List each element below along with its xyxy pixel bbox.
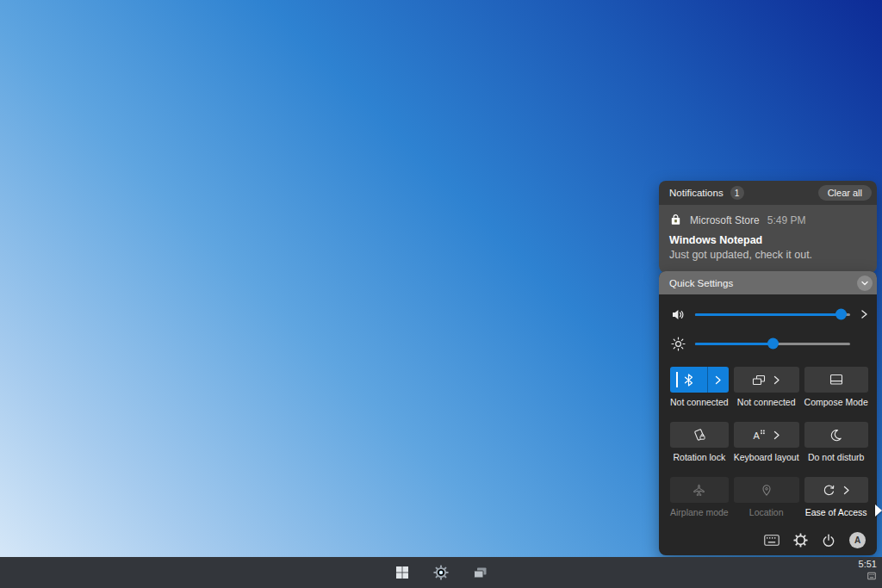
rotation-lock-icon bbox=[693, 428, 706, 442]
keyboard-icon[interactable] bbox=[764, 535, 780, 546]
keyboard-layout-expand-chevron[interactable] bbox=[773, 430, 780, 440]
notification-app-name: Microsoft Store bbox=[690, 214, 760, 226]
tray-keyboard-icon[interactable] bbox=[866, 571, 877, 581]
notification-title: Windows Notepad bbox=[669, 234, 866, 246]
bluetooth-expand-chevron[interactable] bbox=[707, 367, 729, 393]
volume-slider[interactable] bbox=[695, 313, 850, 316]
quick-settings-panel: Quick Settings bbox=[659, 271, 877, 555]
microsoft-store-icon bbox=[669, 214, 682, 226]
keyboard-layout-tile[interactable]: A bbox=[734, 422, 799, 448]
taskbar: 5:51 bbox=[0, 557, 882, 588]
ease-of-access-icon bbox=[823, 484, 835, 497]
notification-center: Notifications 1 Clear all Microsoft Stor… bbox=[659, 181, 877, 273]
location-pin-icon bbox=[761, 484, 773, 497]
speaker-icon bbox=[669, 307, 686, 322]
settings-gear-icon[interactable] bbox=[793, 533, 808, 548]
brightness-sun-icon bbox=[669, 337, 686, 351]
quick-action-do-not-disturb: Do not disturb bbox=[804, 422, 868, 462]
brightness-slider[interactable] bbox=[695, 343, 850, 345]
system-tray[interactable]: 5:51 bbox=[859, 559, 877, 581]
window-stack-icon bbox=[473, 566, 488, 579]
taskbar-window-stack-app[interactable] bbox=[469, 561, 491, 584]
settings-gear-icon bbox=[433, 565, 449, 580]
quick-settings-header: Quick Settings bbox=[659, 271, 877, 294]
quick-action-rotation-lock: Rotation lock bbox=[670, 422, 729, 462]
quick-settings-title: Quick Settings bbox=[669, 278, 733, 288]
taskbar-clock[interactable]: 5:51 bbox=[859, 559, 877, 570]
collapse-button[interactable] bbox=[857, 275, 873, 291]
quick-settings-footer: A bbox=[764, 532, 866, 548]
tile-label: Not connected bbox=[737, 397, 796, 407]
notification-item[interactable]: Microsoft Store 5:49 PM Windows Notepad … bbox=[659, 205, 877, 273]
compose-mode-tile[interactable] bbox=[804, 367, 868, 393]
bluetooth-tile[interactable] bbox=[670, 367, 729, 393]
start-button[interactable] bbox=[391, 561, 413, 584]
display-expand-chevron[interactable] bbox=[773, 375, 780, 385]
notification-timestamp: 5:49 PM bbox=[767, 214, 806, 226]
tile-label: Rotation lock bbox=[674, 452, 726, 462]
tile-label: Ease of Access bbox=[805, 507, 867, 517]
tile-label: Airplane mode bbox=[670, 507, 729, 517]
taskbar-settings-app[interactable] bbox=[430, 561, 452, 584]
airplane-icon bbox=[693, 484, 705, 497]
focus-caret bbox=[676, 372, 678, 387]
quick-action-location: Location bbox=[734, 477, 799, 517]
location-tile[interactable] bbox=[734, 477, 799, 503]
rotation-lock-tile[interactable] bbox=[670, 422, 729, 448]
notification-body: Just got updated, check it out. bbox=[669, 249, 866, 261]
tile-label: Location bbox=[749, 507, 784, 517]
ease-of-access-expand-chevron[interactable] bbox=[843, 486, 850, 495]
ease-of-access-tile[interactable] bbox=[804, 477, 868, 503]
clear-all-button[interactable]: Clear all bbox=[818, 185, 872, 201]
tile-label: Keyboard layout bbox=[734, 452, 799, 462]
quick-actions-grid: Not connected Not connected bbox=[670, 367, 866, 517]
tile-label: Compose Mode bbox=[804, 397, 868, 407]
compose-mode-icon bbox=[829, 374, 843, 386]
chevron-down-icon bbox=[860, 279, 869, 288]
quick-action-airplane-mode: Airplane mode bbox=[670, 477, 729, 517]
power-icon[interactable] bbox=[822, 534, 835, 548]
quick-action-compose-mode: Compose Mode bbox=[804, 367, 868, 407]
volume-slider-thumb[interactable] bbox=[835, 309, 847, 320]
quick-action-ease-of-access: Ease of Access bbox=[804, 477, 868, 517]
tile-label: Do not disturb bbox=[808, 452, 864, 462]
display-connect-icon bbox=[752, 374, 766, 387]
do-not-disturb-tile[interactable] bbox=[804, 422, 868, 448]
quick-action-keyboard-layout: A Keyboard layout bbox=[734, 422, 799, 462]
airplane-mode-tile[interactable] bbox=[670, 477, 729, 503]
quick-action-bluetooth: Not connected bbox=[670, 367, 729, 407]
notifications-count-badge: 1 bbox=[730, 186, 744, 200]
brightness-slider-thumb[interactable] bbox=[767, 338, 779, 350]
notifications-header: Notifications 1 Clear all bbox=[659, 181, 877, 205]
windows-logo-icon bbox=[395, 566, 409, 579]
account-avatar[interactable]: A bbox=[849, 532, 866, 548]
notifications-title: Notifications bbox=[669, 188, 724, 198]
quick-action-display: Not connected bbox=[734, 367, 799, 407]
brightness-slider-row bbox=[669, 334, 870, 353]
mouse-cursor bbox=[875, 504, 882, 517]
tile-label: Not connected bbox=[670, 397, 729, 407]
keyboard-layout-icon: A bbox=[752, 428, 766, 442]
display-connect-tile[interactable] bbox=[734, 367, 799, 393]
moon-icon bbox=[829, 429, 842, 442]
volume-expand-chevron[interactable] bbox=[858, 309, 870, 319]
volume-slider-row bbox=[669, 305, 870, 324]
svg-text:A: A bbox=[754, 430, 761, 441]
